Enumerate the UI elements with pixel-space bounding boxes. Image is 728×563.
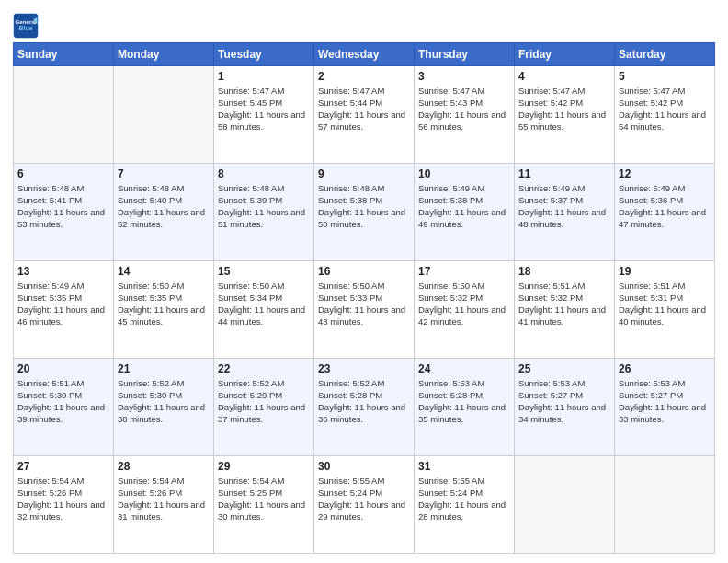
calendar-cell: 25Sunrise: 5:53 AMSunset: 5:27 PMDayligh… xyxy=(515,359,615,456)
svg-text:General: General xyxy=(15,18,36,25)
day-number: 18 xyxy=(518,264,610,279)
day-info: Daylight: 11 hours and 48 minutes. xyxy=(518,207,610,231)
day-info: Daylight: 11 hours and 53 minutes. xyxy=(17,207,109,231)
calendar-cell: 19Sunrise: 5:51 AMSunset: 5:31 PMDayligh… xyxy=(615,261,715,359)
day-number: 7 xyxy=(118,167,210,181)
calendar-header-wednesday: Wednesday xyxy=(314,43,415,66)
day-info: Sunrise: 5:50 AM xyxy=(118,281,210,293)
day-info: Sunrise: 5:50 AM xyxy=(218,281,310,293)
svg-text:Blue: Blue xyxy=(18,25,32,31)
calendar-cell: 3Sunrise: 5:47 AMSunset: 5:43 PMDaylight… xyxy=(415,66,515,164)
calendar-cell: 4Sunrise: 5:47 AMSunset: 5:42 PMDaylight… xyxy=(515,66,615,164)
day-info: Sunset: 5:38 PM xyxy=(318,195,410,207)
day-info: Daylight: 11 hours and 31 minutes. xyxy=(118,500,210,523)
calendar-week-1: 6Sunrise: 5:48 AMSunset: 5:41 PMDaylight… xyxy=(14,164,715,261)
day-number: 13 xyxy=(17,264,109,279)
day-info: Sunset: 5:40 PM xyxy=(118,195,210,207)
calendar-cell: 7Sunrise: 5:48 AMSunset: 5:40 PMDaylight… xyxy=(114,164,214,261)
day-info: Daylight: 11 hours and 57 minutes. xyxy=(318,109,410,133)
calendar-cell: 22Sunrise: 5:52 AMSunset: 5:29 PMDayligh… xyxy=(214,359,314,456)
day-info: Daylight: 11 hours and 36 minutes. xyxy=(318,402,410,426)
day-number: 27 xyxy=(17,459,109,474)
day-info: Sunrise: 5:54 AM xyxy=(118,476,210,488)
calendar-table: SundayMondayTuesdayWednesdayThursdayFrid… xyxy=(13,42,715,554)
calendar-cell: 6Sunrise: 5:48 AMSunset: 5:41 PMDaylight… xyxy=(14,164,114,261)
day-number: 2 xyxy=(318,69,410,84)
day-info: Daylight: 11 hours and 54 minutes. xyxy=(619,109,711,133)
calendar-cell: 2Sunrise: 5:47 AMSunset: 5:44 PMDaylight… xyxy=(314,66,415,164)
calendar-cell: 14Sunrise: 5:50 AMSunset: 5:35 PMDayligh… xyxy=(114,261,214,359)
day-info: Daylight: 11 hours and 56 minutes. xyxy=(418,109,510,133)
day-info: Sunrise: 5:54 AM xyxy=(218,476,310,488)
calendar-cell: 31Sunrise: 5:55 AMSunset: 5:24 PMDayligh… xyxy=(415,456,515,554)
day-info: Daylight: 11 hours and 52 minutes. xyxy=(118,207,210,231)
day-number: 20 xyxy=(17,362,109,376)
calendar-cell: 26Sunrise: 5:53 AMSunset: 5:27 PMDayligh… xyxy=(615,359,715,456)
day-info: Daylight: 11 hours and 51 minutes. xyxy=(218,207,310,231)
day-info: Daylight: 11 hours and 46 minutes. xyxy=(17,304,109,328)
day-number: 9 xyxy=(318,167,410,181)
day-number: 19 xyxy=(619,264,711,279)
day-info: Sunset: 5:32 PM xyxy=(518,293,610,304)
day-info: Daylight: 11 hours and 30 minutes. xyxy=(218,500,310,523)
day-info: Sunset: 5:39 PM xyxy=(218,195,310,207)
day-number: 11 xyxy=(518,167,610,181)
calendar-cell xyxy=(615,456,715,554)
day-info: Daylight: 11 hours and 40 minutes. xyxy=(619,304,711,328)
day-info: Daylight: 11 hours and 41 minutes. xyxy=(518,304,610,328)
day-info: Sunrise: 5:47 AM xyxy=(518,86,610,98)
calendar-cell xyxy=(14,66,114,164)
day-info: Daylight: 11 hours and 50 minutes. xyxy=(318,207,410,231)
day-info: Sunrise: 5:47 AM xyxy=(619,86,711,98)
day-number: 28 xyxy=(118,459,210,474)
day-info: Sunset: 5:27 PM xyxy=(619,390,711,402)
calendar-header-monday: Monday xyxy=(114,43,214,66)
calendar-cell: 27Sunrise: 5:54 AMSunset: 5:26 PMDayligh… xyxy=(14,456,114,554)
calendar-cell: 8Sunrise: 5:48 AMSunset: 5:39 PMDaylight… xyxy=(214,164,314,261)
day-info: Sunrise: 5:48 AM xyxy=(17,183,109,195)
day-info: Sunset: 5:28 PM xyxy=(418,390,510,402)
day-info: Sunset: 5:44 PM xyxy=(318,98,410,109)
day-info: Sunset: 5:26 PM xyxy=(17,488,109,500)
day-info: Sunset: 5:31 PM xyxy=(619,293,711,304)
calendar-cell: 18Sunrise: 5:51 AMSunset: 5:32 PMDayligh… xyxy=(515,261,615,359)
day-info: Sunrise: 5:52 AM xyxy=(218,378,310,390)
day-info: Sunrise: 5:55 AM xyxy=(318,476,410,488)
logo: General Blue xyxy=(13,13,42,39)
day-info: Sunset: 5:41 PM xyxy=(17,195,109,207)
day-number: 17 xyxy=(418,264,510,279)
page: General Blue SundayMondayTuesdayWednesda… xyxy=(0,0,728,563)
day-info: Sunrise: 5:47 AM xyxy=(418,86,510,98)
day-info: Sunrise: 5:52 AM xyxy=(118,378,210,390)
day-info: Daylight: 11 hours and 58 minutes. xyxy=(218,109,310,133)
calendar-week-0: 1Sunrise: 5:47 AMSunset: 5:45 PMDaylight… xyxy=(14,66,715,164)
day-info: Sunset: 5:24 PM xyxy=(318,488,410,500)
day-info: Sunset: 5:25 PM xyxy=(218,488,310,500)
day-number: 1 xyxy=(218,69,310,84)
calendar-cell: 23Sunrise: 5:52 AMSunset: 5:28 PMDayligh… xyxy=(314,359,415,456)
day-info: Sunset: 5:30 PM xyxy=(118,390,210,402)
calendar-header-sunday: Sunday xyxy=(14,43,114,66)
day-info: Daylight: 11 hours and 35 minutes. xyxy=(418,402,510,426)
day-info: Sunrise: 5:49 AM xyxy=(518,183,610,195)
day-info: Daylight: 11 hours and 32 minutes. xyxy=(17,500,109,523)
day-info: Sunset: 5:30 PM xyxy=(17,390,109,402)
calendar-header-friday: Friday xyxy=(515,43,615,66)
day-number: 8 xyxy=(218,167,310,181)
day-number: 4 xyxy=(518,69,610,84)
calendar-header-saturday: Saturday xyxy=(615,43,715,66)
day-number: 3 xyxy=(418,69,510,84)
calendar-cell: 15Sunrise: 5:50 AMSunset: 5:34 PMDayligh… xyxy=(214,261,314,359)
header: General Blue xyxy=(13,9,715,39)
day-info: Sunset: 5:27 PM xyxy=(518,390,610,402)
day-number: 14 xyxy=(118,264,210,279)
day-info: Sunrise: 5:50 AM xyxy=(318,281,410,293)
day-info: Sunset: 5:28 PM xyxy=(318,390,410,402)
day-number: 24 xyxy=(418,362,510,376)
calendar-cell: 10Sunrise: 5:49 AMSunset: 5:38 PMDayligh… xyxy=(415,164,515,261)
day-info: Daylight: 11 hours and 33 minutes. xyxy=(619,402,711,426)
day-info: Daylight: 11 hours and 39 minutes. xyxy=(17,402,109,426)
day-info: Sunrise: 5:47 AM xyxy=(318,86,410,98)
day-info: Sunrise: 5:54 AM xyxy=(17,476,109,488)
calendar-header-thursday: Thursday xyxy=(415,43,515,66)
